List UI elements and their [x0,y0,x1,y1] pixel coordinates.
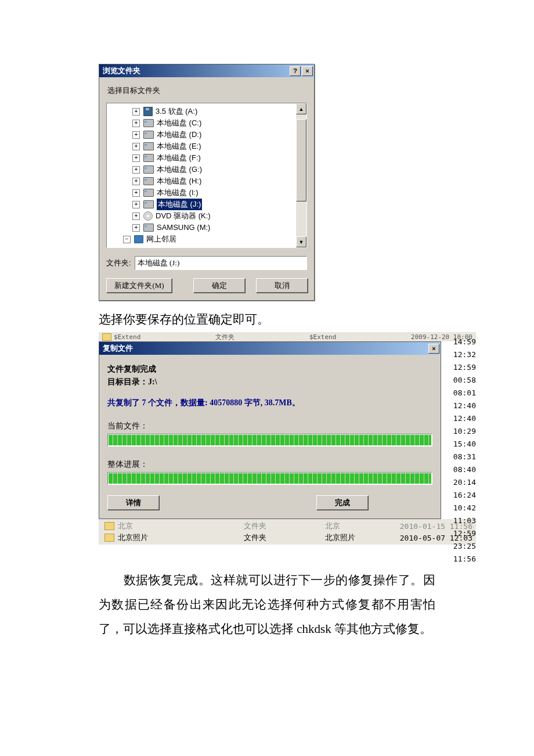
expand-toggle[interactable]: − [123,236,131,243]
overall-progress-label: 整体进展： [107,459,432,470]
expand-toggle[interactable]: + [132,154,140,162]
expand-toggle[interactable]: + [132,178,140,185]
floppy-icon [143,107,153,116]
browse-folder-dialog: 浏览文件夹 ? × 选择目标文件夹 +3.5 软盘 (A:)+本地磁盘 (C:)… [99,64,315,301]
body-paragraph: 数据恢复完成。这样就可以进行下一步的修复操作了。因为数据已经备份出来因此无论选择… [99,568,435,641]
caption-text: 选择你要保存的位置确定即可。 [99,311,435,327]
file-row[interactable]: 北京文件夹北京2010-01-15 11:56 [104,520,472,532]
folder-icon [104,534,114,542]
tree-item-label: 本地磁盘 (G:) [157,164,202,175]
dvd-icon [143,211,153,221]
expand-toggle[interactable]: + [132,213,140,220]
close-button[interactable]: × [428,344,439,354]
status-line: 文件复制完成 [107,364,432,375]
background-file-rows: 北京文件夹北京2010-01-15 11:56北京照片文件夹北京照片2010-0… [99,519,476,545]
tree-item-label: 本地磁盘 (C:) [157,117,201,129]
dialog-titlebar[interactable]: 浏览文件夹 ? × [99,64,314,77]
tree-item[interactable]: −网上邻居 [113,233,296,245]
tree-item[interactable]: +本地磁盘 (I:) [113,187,296,199]
tree-item-label: 本地磁盘 (F:) [157,152,201,164]
dialog-title: 复制文件 [103,343,133,354]
tree-item-label: 网上邻居 [146,233,176,245]
dialog-titlebar[interactable]: 复制文件 × [99,342,441,355]
tree-item-label: 本地磁盘 (I:) [157,187,199,199]
scroll-thumb[interactable] [296,119,306,201]
folder-icon [102,333,111,341]
scrollbar[interactable]: ▲ ▼ [296,103,306,247]
tree-item-label: 本地磁盘 (J:) [157,199,202,210]
drive-icon [143,224,154,232]
background-list-header: $Extend 文件夹 $Extend 2009-12-20 10:00 [99,332,476,341]
tree-item[interactable]: +DVD 驱动器 (K:) [113,210,296,222]
copy-progress-screenshot: 14:5912:3212:5900:5808:0112:4012:4010:29… [99,332,476,545]
expand-toggle[interactable]: + [132,201,140,208]
dialog-prompt: 选择目标文件夹 [107,85,306,96]
folder-field-label: 文件夹: [106,258,131,268]
drive-icon [143,131,154,139]
tree-item-label: DVD 驱动器 (K:) [156,210,211,222]
tree-item-label: 3.5 软盘 (A:) [156,106,197,117]
drive-icon [143,142,154,150]
target-dir-line: 目标目录：J:\ [107,377,432,387]
ok-button[interactable]: 确定 [193,278,246,293]
tree-item[interactable]: +本地磁盘 (H:) [113,175,296,187]
file-row[interactable]: 北京照片文件夹北京照片2010-05-07 12:03 [104,532,472,543]
tree-item[interactable]: +本地磁盘 (C:) [113,117,296,129]
overall-progress [107,472,432,485]
tree-item[interactable]: +本地磁盘 (F:) [113,152,296,164]
tree-item-label: 本地磁盘 (D:) [157,129,201,141]
tree-item[interactable]: +本地磁盘 (J:) [113,199,296,210]
tree-item[interactable]: +本地磁盘 (E:) [113,141,296,152]
expand-toggle[interactable]: + [132,189,140,197]
dialog-title: 浏览文件夹 [103,66,140,76]
tree-item[interactable]: +本地磁盘 (D:) [113,129,296,141]
folder-tree[interactable]: +3.5 软盘 (A:)+本地磁盘 (C:)+本地磁盘 (D:)+本地磁盘 (E… [106,103,307,248]
done-button[interactable]: 完成 [316,495,369,510]
summary-line: 共复制了 7 个文件，数据量: 40570880 字节, 38.7MB。 [107,398,432,408]
new-folder-button[interactable]: 新建文件夹(M) [106,278,172,293]
expand-toggle[interactable]: + [132,143,140,150]
expand-toggle[interactable]: + [132,131,140,139]
expand-toggle[interactable]: + [132,120,140,127]
drive-icon [143,119,154,127]
current-file-label: 当前文件： [107,421,432,431]
tree-item-label: SAMSUNG (M:) [157,222,210,233]
drive-icon [143,165,154,174]
expand-toggle[interactable]: + [132,166,140,174]
expand-toggle[interactable]: + [132,108,140,116]
details-button[interactable]: 详情 [107,495,160,510]
drive-icon [143,177,154,185]
copy-file-dialog: 复制文件 × 文件复制完成 目标目录：J:\ 共复制了 7 个文件，数据量: 4… [99,341,441,519]
folder-icon [104,522,114,530]
drive-icon [143,189,154,197]
tree-item[interactable]: +SAMSUNG (M:) [113,222,296,233]
tree-item-label: 本地磁盘 (H:) [157,175,201,187]
expand-toggle[interactable]: + [132,224,140,232]
tree-item-label: 本地磁盘 (E:) [157,141,201,152]
tree-item[interactable]: +3.5 软盘 (A:) [113,106,296,117]
net-icon [134,235,143,243]
cancel-button[interactable]: 取消 [256,278,308,293]
help-button[interactable]: ? [290,66,301,76]
close-button[interactable]: × [302,66,313,76]
background-time-column: 14:5912:3212:5900:5808:0112:4012:4010:29… [447,332,476,545]
folder-input[interactable] [135,256,307,270]
drive-icon [143,200,154,208]
scroll-down-button[interactable]: ▼ [296,236,306,247]
current-file-progress [107,434,432,447]
tree-item[interactable]: +本地磁盘 (G:) [113,164,296,175]
drive-icon [143,154,154,162]
scroll-up-button[interactable]: ▲ [296,103,306,114]
